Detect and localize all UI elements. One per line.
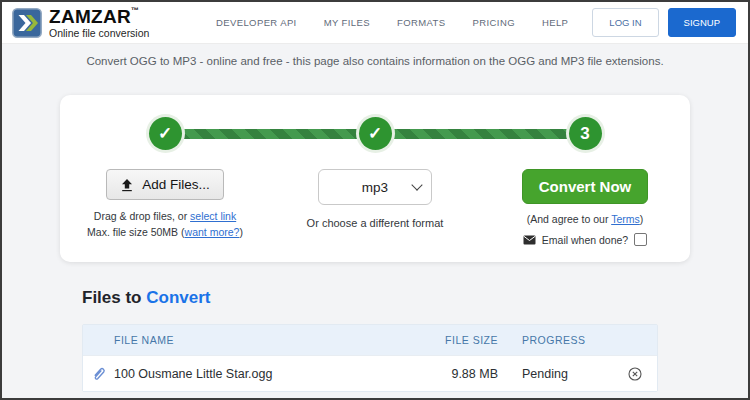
format-column: mp3 Or choose a different format (270, 169, 480, 246)
convert-column: Convert Now (And agree to our Terms) Ema… (480, 169, 690, 246)
drag-drop-text: Drag & drop files, or (94, 210, 190, 222)
main-nav: DEVELOPER API MY FILES FORMATS PRICING H… (216, 17, 568, 28)
nav-item-developer-api[interactable]: DEVELOPER API (216, 17, 297, 28)
column-header-progress: PROGRESS (522, 334, 612, 346)
column-header-file-name: FILE NAME (114, 334, 413, 346)
email-when-done-checkbox[interactable] (634, 233, 647, 246)
envelope-icon (523, 235, 536, 245)
login-button[interactable]: LOG IN (592, 8, 658, 37)
table-row: 100 Ousmane Little Star.ogg 9.88 MB Pend… (83, 355, 657, 391)
progress-stepper: ✓ ✓ 3 (60, 116, 690, 152)
add-files-label: Add Files... (142, 177, 210, 192)
nav-item-formats[interactable]: FORMATS (397, 17, 446, 28)
zamzar-page: ZAMZAR™ Online file conversion DEVELOPER… (0, 0, 750, 400)
zamzar-logo-icon (12, 8, 42, 38)
chevron-down-icon (411, 179, 422, 190)
zamzar-logo[interactable]: ZAMZAR™ Online file conversion (12, 7, 149, 39)
step-2-done-check-icon: ✓ (359, 117, 392, 150)
row-file-name: 100 Ousmane Little Star.ogg (114, 367, 413, 381)
nav-item-help[interactable]: HELP (542, 17, 568, 28)
format-select[interactable]: mp3 (318, 169, 432, 205)
step-3-badge: 3 (569, 117, 602, 150)
paperclip-icon (83, 366, 114, 381)
terms-link[interactable]: Terms (611, 213, 640, 225)
files-table: FILE NAME FILE SIZE PROGRESS 100 Ousmane… (82, 324, 658, 392)
add-files-column: Add Files... Drag & drop files, or selec… (60, 169, 270, 246)
signup-button[interactable]: SIGNUP (668, 8, 736, 37)
row-file-size: 9.88 MB (413, 367, 498, 381)
row-progress: Pending (522, 367, 612, 381)
converter-card: ✓ ✓ 3 Add Files... (60, 95, 690, 262)
cancel-file-icon[interactable] (628, 367, 642, 381)
add-files-button[interactable]: Add Files... (106, 169, 224, 200)
files-section-title: Files to Convert (82, 288, 668, 308)
brand-tagline: Online file conversion (49, 27, 149, 39)
email-when-done-row: Email when done? (523, 233, 647, 246)
column-header-file-size: FILE SIZE (413, 334, 498, 346)
select-link[interactable]: select link (190, 210, 236, 222)
terms-line: (And agree to our Terms) (527, 213, 644, 225)
step-1-done-check-icon: ✓ (149, 117, 182, 150)
files-section: Files to Convert FILE NAME FILE SIZE PRO… (2, 288, 748, 392)
header: ZAMZAR™ Online file conversion DEVELOPER… (2, 2, 748, 44)
page-subtitle: Convert OGG to MP3 - online and free - t… (2, 44, 748, 67)
upload-icon (120, 178, 134, 192)
nav-item-pricing[interactable]: PRICING (473, 17, 515, 28)
files-table-header: FILE NAME FILE SIZE PROGRESS (83, 325, 657, 355)
brand-name: ZAMZAR™ (49, 7, 149, 26)
nav-item-my-files[interactable]: MY FILES (324, 17, 370, 28)
email-when-done-label: Email when done? (542, 234, 628, 246)
brand-text: ZAMZAR™ Online file conversion (49, 7, 149, 39)
add-files-caption: Drag & drop files, or select link Max. f… (87, 208, 243, 241)
want-more-link[interactable]: want more? (185, 226, 240, 238)
convert-now-button[interactable]: Convert Now (522, 169, 649, 204)
max-size-text: Max. file size 50MB ( (87, 226, 184, 238)
format-caption: Or choose a different format (307, 217, 444, 229)
format-select-value: mp3 (362, 180, 388, 195)
main-content: Convert OGG to MP3 - online and free - t… (2, 44, 748, 400)
